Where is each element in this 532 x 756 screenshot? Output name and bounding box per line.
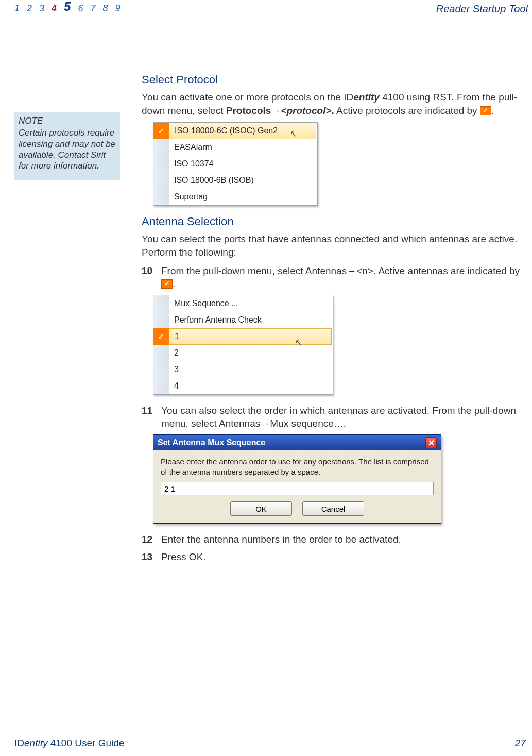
- menu-label: 3: [169, 361, 333, 378]
- crumb-5-current[interactable]: 5: [64, 2, 71, 13]
- menu-label: ISO 18000-6B (ISOB): [169, 172, 317, 189]
- menu-gutter: [153, 345, 169, 361]
- protocol-menu-item[interactable]: EASAlarm: [153, 139, 317, 156]
- crumb-2[interactable]: 2: [27, 3, 32, 14]
- antenna-menu-item[interactable]: ✓ 1 ↖: [153, 328, 333, 345]
- dialog-message: Please enter the antenna order to use fo…: [161, 457, 434, 477]
- step-11: 11 You can also select the order in whic…: [142, 404, 528, 430]
- crumb-8[interactable]: 8: [102, 3, 108, 14]
- step-10: 10 From the pull-down menu, select Anten…: [142, 264, 528, 291]
- menu-label: Mux Sequence ...: [169, 295, 333, 312]
- breadcrumb: 1 2 3 4 5 6 7 8 9: [14, 3, 120, 14]
- crumb-4[interactable]: 4: [52, 3, 57, 14]
- menu-label: EASAlarm: [169, 139, 317, 156]
- note-box: NOTE Certain protocols require licensing…: [14, 112, 120, 180]
- antenna-paragraph: You can select the ports that have anten…: [142, 232, 528, 259]
- antenna-menu-item[interactable]: 4: [153, 378, 333, 394]
- menu-gutter: [153, 312, 169, 328]
- step-text: Press OK.: [161, 550, 206, 564]
- ok-button[interactable]: OK: [230, 501, 292, 516]
- crumb-6[interactable]: 6: [78, 3, 83, 14]
- page-number: 27: [515, 737, 526, 749]
- protocol-paragraph: You can activate one or more protocols o…: [142, 91, 528, 117]
- page-title: Reader Startup Tool: [436, 3, 528, 15]
- dialog-buttons: OK Cancel: [161, 501, 434, 516]
- menu-gutter: [153, 139, 169, 156]
- menu-label: 1: [169, 328, 332, 345]
- step-number: 12: [142, 533, 156, 546]
- menu-gutter: [153, 156, 169, 172]
- dialog-title-text: Set Antenna Mux Sequence: [158, 438, 265, 447]
- mux-sequence-input[interactable]: [161, 482, 434, 495]
- menu-label: Perform Antenna Check: [169, 312, 333, 328]
- checkmark-icon: ✓: [153, 123, 169, 139]
- menu-gutter: [153, 172, 169, 189]
- dialog-body: Please enter the antenna order to use fo…: [153, 450, 441, 523]
- page-header: 1 2 3 4 5 6 7 8 9 Reader Startup Tool: [0, 0, 532, 18]
- menu-label: Supertag: [169, 189, 317, 205]
- note-label: NOTE: [19, 115, 116, 126]
- antenna-menu: Mux Sequence ... Perform Antenna Check ✓…: [153, 295, 333, 395]
- main-content: Select Protocol You can activate one or …: [142, 73, 528, 567]
- step-text: Enter the antenna numbers in the order t…: [161, 533, 401, 546]
- antenna-menu-item[interactable]: Mux Sequence ...: [153, 295, 333, 312]
- mux-sequence-dialog: Set Antenna Mux Sequence ✕ Please enter …: [153, 434, 441, 524]
- page-footer: IDentity 4100 User Guide 27: [14, 737, 526, 749]
- crumb-7[interactable]: 7: [90, 3, 95, 14]
- note-text: Certain protocols require licensing and …: [19, 127, 116, 171]
- menu-label: ISO 10374: [169, 156, 317, 172]
- menu-label: 4: [169, 378, 333, 394]
- menu-gutter: [153, 189, 169, 205]
- dialog-titlebar: Set Antenna Mux Sequence ✕: [153, 435, 441, 450]
- menu-gutter: [153, 361, 169, 378]
- step-number: 13: [142, 550, 156, 564]
- protocol-menu-item[interactable]: ISO 18000-6B (ISOB): [153, 172, 317, 189]
- footer-left: IDentity 4100 User Guide: [14, 737, 124, 749]
- heading-antenna-selection: Antenna Selection: [142, 215, 528, 228]
- step-number: 11: [142, 404, 156, 430]
- step-12: 12 Enter the antenna numbers in the orde…: [142, 533, 528, 546]
- checkmark-icon: ✓: [153, 328, 169, 345]
- menu-gutter: [153, 378, 169, 394]
- step-text: From the pull-down menu, select Antennas…: [161, 264, 528, 291]
- close-icon[interactable]: ✕: [425, 437, 437, 448]
- protocol-menu-item[interactable]: ✓ ISO 18000-6C (ISOC) Gen2 ↖: [153, 123, 317, 139]
- antenna-menu-item[interactable]: 3: [153, 361, 333, 378]
- protocol-menu-item[interactable]: Supertag: [153, 189, 317, 205]
- crumb-1[interactable]: 1: [14, 3, 20, 14]
- crumb-9[interactable]: 9: [115, 3, 120, 14]
- menu-label: 2: [169, 345, 333, 361]
- checkmark-icon: ✓: [161, 279, 173, 289]
- step-13: 13 Press OK.: [142, 550, 528, 564]
- cursor-icon: ↖: [290, 129, 297, 139]
- menu-gutter: [153, 295, 169, 312]
- antenna-menu-item[interactable]: 2: [153, 345, 333, 361]
- checkmark-icon: ✓: [480, 106, 491, 115]
- protocol-menu-item[interactable]: ISO 10374: [153, 156, 317, 172]
- cancel-button[interactable]: Cancel: [302, 501, 364, 516]
- step-number: 10: [142, 264, 156, 291]
- step-text: You can also select the order in which a…: [161, 404, 528, 430]
- antenna-menu-item[interactable]: Perform Antenna Check: [153, 312, 333, 328]
- heading-select-protocol: Select Protocol: [142, 73, 528, 87]
- crumb-3[interactable]: 3: [39, 3, 44, 14]
- protocol-menu: ✓ ISO 18000-6C (ISOC) Gen2 ↖ EASAlarm IS…: [153, 122, 318, 206]
